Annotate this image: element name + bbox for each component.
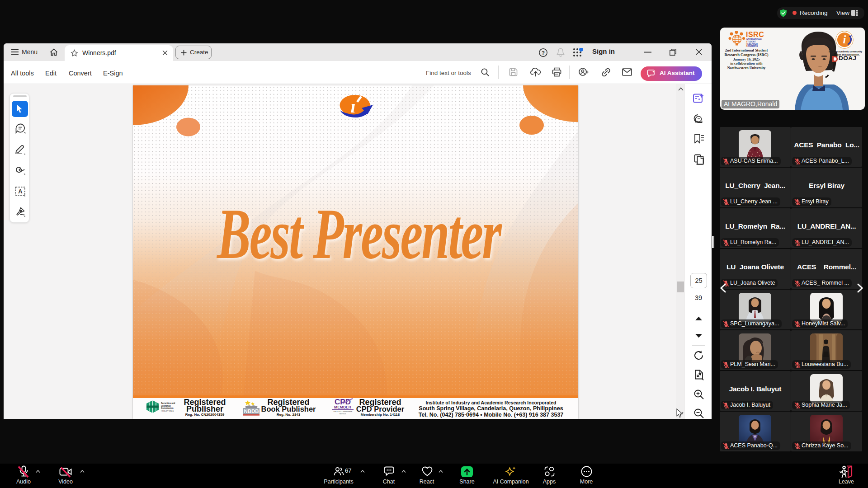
svg-text:A: A [18,188,23,195]
svg-text:NBDB: NBDB [244,408,259,414]
svg-text:ı: ı [350,96,355,117]
svg-text:?: ? [542,50,545,56]
svg-text:i: i [843,33,846,46]
